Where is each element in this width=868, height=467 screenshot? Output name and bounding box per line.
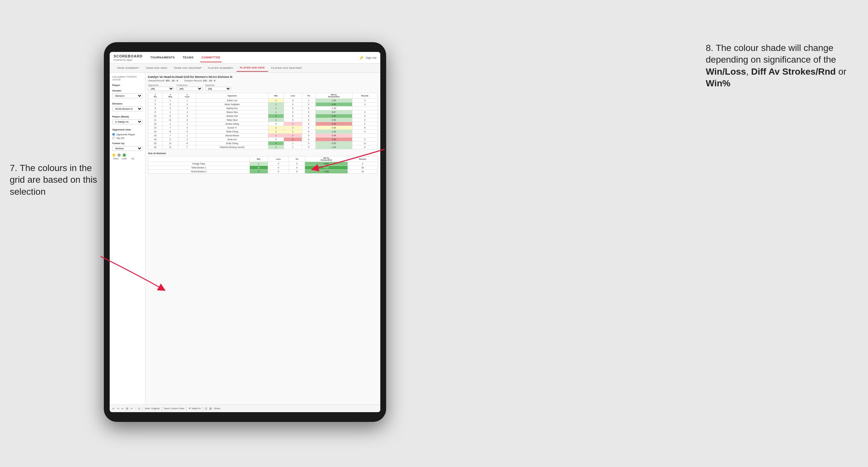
opponents-select[interactable]: (All) bbox=[148, 87, 174, 91]
opponent-label: Opponent bbox=[205, 84, 231, 86]
toolbar-divider-1 bbox=[143, 406, 143, 411]
ood-col-win: Win bbox=[250, 156, 268, 162]
opponents-label: Opponents: bbox=[148, 84, 174, 86]
ood-table-row: NAIA Division 1 1500 9.26730 bbox=[148, 166, 378, 170]
ood-col-tie: Tie bbox=[289, 156, 305, 162]
sub-nav: TEAM SUMMARY TEAM H2H GRID TEAM H2H HEAT… bbox=[110, 64, 380, 73]
ood-table-row: NCAA Division 2 500 7.40010 bbox=[148, 170, 378, 174]
annotation-left: 7. The colours in the grid are based on … bbox=[10, 162, 101, 198]
table-row: 1311 Jessica Huang 010 -3.002 bbox=[148, 122, 378, 126]
table-row: 1063 Andrea York 200 4.004 bbox=[148, 114, 378, 118]
filter-row: Opponents: (All) Conference (All) Oppone… bbox=[148, 84, 378, 91]
colour-by-section: Colour by Win/loss Down Level Up bbox=[112, 142, 143, 160]
player-rank-select[interactable]: 8. Katelyn Vo bbox=[112, 119, 143, 124]
opponents-played-radio[interactable]: Opponents Played bbox=[112, 133, 143, 136]
sub-nav-player-summary[interactable]: PLAYER SUMMARY bbox=[205, 65, 237, 71]
sidebar-timestamp: Last Updated: 27/03/2024 16:55:38 bbox=[112, 75, 143, 81]
sub-nav-team-h2h-heatmap[interactable]: TEAM H2H HEATMAP bbox=[170, 65, 205, 71]
share-button[interactable]: Share bbox=[214, 407, 220, 410]
scissors-icon[interactable]: ✂ bbox=[130, 407, 133, 410]
nav-committee[interactable]: COMMITTEE bbox=[200, 53, 222, 62]
table-row: 914 Sharon Mun 100 3.673 bbox=[148, 110, 378, 114]
sidebar: Last Updated: 27/03/2024 16:55:38 Player… bbox=[110, 73, 145, 404]
out-of-division-table: Win Loss Tie Diff AvStrokes/Rnd Rounds F… bbox=[148, 156, 378, 174]
toolbar-divider-3 bbox=[186, 406, 187, 411]
overall-record: Overall Record: 353 - 34 - 6 bbox=[148, 79, 178, 82]
table-row: 1585 Stella Cheng 110 1.254 bbox=[148, 130, 378, 134]
col-div: #Div bbox=[148, 93, 162, 99]
watch-button[interactable]: 👁 Watch ▾ bbox=[188, 407, 200, 410]
undo-icon[interactable]: ↩ bbox=[112, 407, 115, 410]
target-icon[interactable]: ⊙ bbox=[138, 407, 141, 410]
sidebar-gender-label: Gender bbox=[112, 89, 143, 92]
table-row: 1822 Euna Lee 020 -5.002 bbox=[148, 137, 378, 142]
colour-label-down: Down bbox=[112, 157, 119, 160]
main-data-table: #Div #Reg #Conf Opponent Win Loss Tie Di… bbox=[148, 93, 378, 149]
division-select[interactable]: NCAA Division III bbox=[112, 106, 143, 111]
back-icon[interactable]: ↩ bbox=[121, 407, 124, 410]
logo-subtitle: Powered by clippd bbox=[114, 59, 138, 61]
colour-by-label: Colour by bbox=[112, 142, 143, 145]
table-row: 1671 Jessica Mason 120 -0.94 bbox=[148, 134, 378, 137]
col-diff: Diff AvStrokes/Rnd bbox=[315, 93, 352, 99]
conference-filter: Conference (All) bbox=[177, 84, 203, 91]
annotation-right: 8. The colour shade will change dependin… bbox=[706, 42, 862, 90]
opponents-filter: Opponents: (All) bbox=[148, 84, 174, 91]
dot-icon[interactable]: · bbox=[135, 407, 136, 410]
col-conf: #Conf bbox=[178, 93, 196, 99]
sidebar-player-label: Player bbox=[112, 84, 143, 87]
tablet-screen: SCOREBOARD Powered by clippd TOURNAMENTS… bbox=[110, 52, 380, 412]
colour-dot-down bbox=[112, 154, 116, 157]
conference-label: Conference bbox=[177, 84, 203, 86]
opponent-select[interactable]: (All) bbox=[205, 87, 231, 91]
sign-out-button[interactable]: Sign out bbox=[366, 56, 376, 59]
grid-area: Katelyn Vo Head-to-Head Grid for Women's… bbox=[145, 73, 380, 404]
grid-icon[interactable]: ⊞ bbox=[126, 407, 128, 410]
ood-col-loss: Loss bbox=[268, 156, 289, 162]
sidebar-player-rank-label: Player (Rank) bbox=[112, 115, 143, 118]
top100-radio[interactable]: Top 100 bbox=[112, 136, 143, 139]
sub-nav-team-summary[interactable]: TEAM SUMMARY bbox=[114, 65, 143, 71]
col-reg: #Reg bbox=[162, 93, 178, 99]
col-opponent: Opponent bbox=[196, 93, 268, 99]
nav-right: 🔑 Sign out bbox=[360, 56, 376, 59]
col-tie: Tie bbox=[302, 93, 316, 99]
col-rounds: Rounds bbox=[352, 93, 377, 99]
toolbar-divider-2 bbox=[162, 406, 162, 411]
view-original-button[interactable]: View: Original bbox=[145, 407, 160, 410]
colour-by-select[interactable]: Win/loss bbox=[112, 146, 143, 151]
sub-nav-team-h2h-grid[interactable]: TEAM H2H GRID bbox=[143, 65, 171, 71]
colour-dots bbox=[112, 154, 143, 157]
col-win: Win bbox=[268, 93, 284, 99]
save-custom-view-button[interactable]: Save Custom View bbox=[164, 407, 184, 410]
table-row: 20116 Emily Chang 410 0.3011 bbox=[148, 142, 378, 145]
nav-tournaments[interactable]: TOURNAMENTS bbox=[149, 53, 176, 62]
ood-table-row: Foreign Team 100 4.5002 bbox=[148, 162, 378, 166]
redo-icon[interactable]: ↪ bbox=[117, 407, 119, 410]
ood-col-diff: Diff AvStrokes/Rnd bbox=[305, 156, 347, 162]
nav-bar: SCOREBOARD Powered by clippd TOURNAMENTS… bbox=[110, 52, 380, 64]
sub-nav-player-h2h-grid[interactable]: PLAYER H2H GRID bbox=[237, 64, 268, 72]
out-of-division-header: Out of division bbox=[148, 152, 378, 155]
bottom-toolbar: ↩ ↪ ↩ ⊞ ✂ · ⊙ View: Original Save Custom… bbox=[110, 404, 380, 412]
export2-icon[interactable]: ⊠ bbox=[209, 407, 212, 410]
sidebar-opponent-view-label: Opponent view bbox=[112, 128, 143, 131]
nav-teams[interactable]: TEAMS bbox=[181, 53, 195, 62]
table-row: 20117 Federica Domecq Lacroze 210 1.336 bbox=[148, 145, 378, 149]
grid-title: Katelyn Vo Head-to-Head Grid for Women's… bbox=[148, 75, 378, 79]
sidebar-division-label: Division bbox=[112, 102, 143, 105]
gender-select[interactable]: Women's bbox=[112, 93, 143, 98]
division-record: Division Record: 331 - 34 - 6 bbox=[185, 79, 215, 82]
colour-dot-up bbox=[123, 154, 126, 157]
table-row: 1474 Eunice Yi 220 0.389 bbox=[148, 126, 378, 130]
ood-col-rounds: Rounds bbox=[348, 156, 378, 162]
opponent-view-group: Opponents Played Top 100 bbox=[112, 133, 143, 139]
table-row: 11113 Heejo Hyun 100 3.333 bbox=[148, 118, 378, 122]
export1-icon[interactable]: ⊡ bbox=[205, 407, 207, 410]
table-row: 311 Esther Lee 101 1.504 bbox=[148, 99, 378, 102]
sub-nav-player-h2h-heatmap[interactable]: PLAYER H2H HEATMAP bbox=[268, 65, 305, 71]
table-row: 633 Sydney Kuo 100 -1.00 bbox=[148, 106, 378, 110]
colour-labels: Down Level Up bbox=[112, 157, 143, 160]
table-row: 522 Alexis Sudjianto 100 4.003 bbox=[148, 102, 378, 106]
conference-select[interactable]: (All) bbox=[177, 87, 203, 91]
